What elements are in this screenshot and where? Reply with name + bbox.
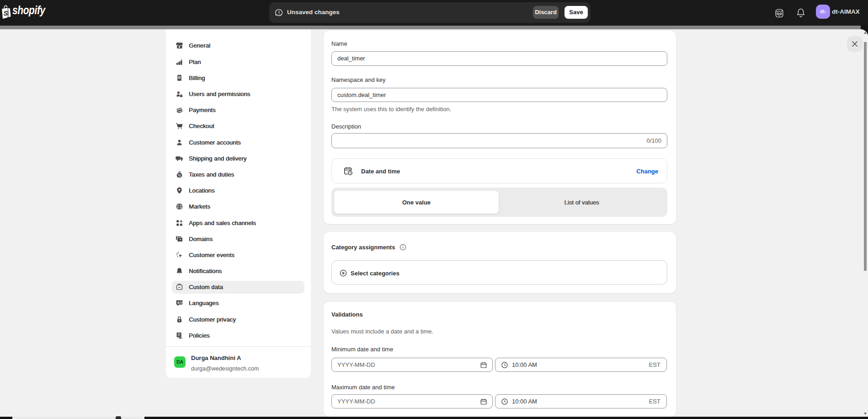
svg-text:文: 文 — [180, 301, 183, 305]
svg-text:$: $ — [180, 206, 182, 210]
svg-text:S: S — [3, 10, 8, 17]
svg-text:A: A — [177, 301, 180, 304]
